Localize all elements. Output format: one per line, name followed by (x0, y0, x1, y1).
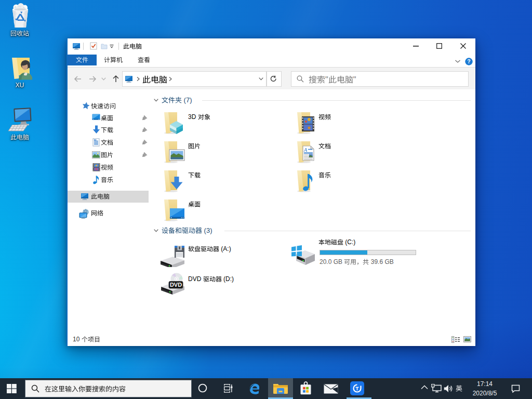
svg-text:?: ? (467, 58, 470, 64)
svg-text:A: A (303, 147, 308, 153)
svg-text:DVD: DVD (170, 282, 182, 288)
